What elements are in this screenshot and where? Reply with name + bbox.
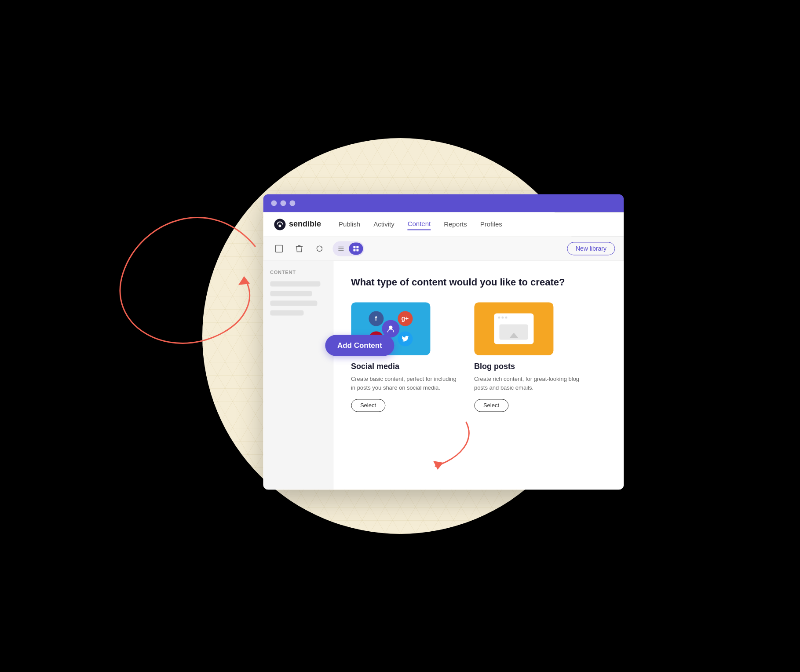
logo-text: sendible [289,219,321,229]
sidebar-item-2[interactable] [270,291,312,296]
title-bar [263,194,624,212]
add-content-button[interactable]: Add Content [325,335,395,356]
delete-icon[interactable] [292,241,306,256]
browser-window: sendible Publish Activity Content Report… [263,194,624,489]
nav-reports[interactable]: Reports [444,219,467,230]
sidebar: CONTENT [263,261,333,489]
blog-card-name: Blog posts [474,362,580,371]
svg-rect-8 [353,246,355,248]
svg-rect-11 [356,249,358,251]
nav-publish[interactable]: Publish [339,219,360,230]
facebook-icon: f [369,311,384,326]
blog-card-desc: Create rich content, for great-looking b… [474,375,580,392]
logo: sendible [274,218,321,230]
blog-select-button[interactable]: Select [474,399,508,412]
window-dot-1 [271,200,277,206]
svg-rect-9 [356,246,358,248]
blog-image-placeholder [499,324,528,340]
svg-rect-10 [353,249,355,251]
blog-posts-card: Blog posts Create rich content, for grea… [474,302,580,412]
social-card-desc: Create basic content, perfect for includ… [351,375,457,392]
sidebar-item-4[interactable] [270,310,303,315]
refresh-icon[interactable] [312,241,326,256]
sidebar-label: CONTENT [270,270,326,275]
blog-dots [498,316,507,318]
social-select-button[interactable]: Select [351,399,385,412]
grid-view-btn[interactable] [349,242,363,255]
list-view-btn[interactable] [334,242,348,255]
checkbox-icon[interactable] [272,241,286,256]
nav-content[interactable]: Content [408,218,431,230]
toolbar: New library [263,237,624,261]
nav-profiles[interactable]: Profiles [480,219,502,230]
nav-bar: sendible Publish Activity Content Report… [263,212,624,237]
social-card-name: Social media [351,362,457,371]
twitter-icon [398,331,413,346]
blog-post-icon [494,313,533,344]
svg-point-12 [389,325,392,329]
google-plus-icon: g+ [398,311,413,326]
sidebar-item-1[interactable] [270,281,320,286]
sendible-logo-icon [274,218,286,230]
nav-links: Publish Activity Content Reports Profile… [339,218,502,230]
modal-title: What type of content would you like to c… [351,277,606,288]
window-dot-3 [289,200,295,206]
blog-card-image [474,302,553,355]
nav-activity[interactable]: Activity [373,219,395,230]
view-toggle [332,241,364,256]
cards-row: f g+ p Social media Create basic c [351,302,606,412]
svg-point-3 [278,224,281,227]
blog-dot-1 [498,316,500,318]
content-area: CONTENT What type of content would you l… [263,261,624,489]
sidebar-item-3[interactable] [270,300,318,306]
blog-dot-3 [505,316,507,318]
window-dot-2 [280,200,286,206]
modal-panel: What type of content would you like to c… [333,261,624,489]
svg-rect-4 [275,245,282,252]
blog-dot-2 [501,316,504,318]
social-media-card: f g+ p Social media Create basic c [351,302,457,412]
new-library-button[interactable]: New library [567,242,615,255]
